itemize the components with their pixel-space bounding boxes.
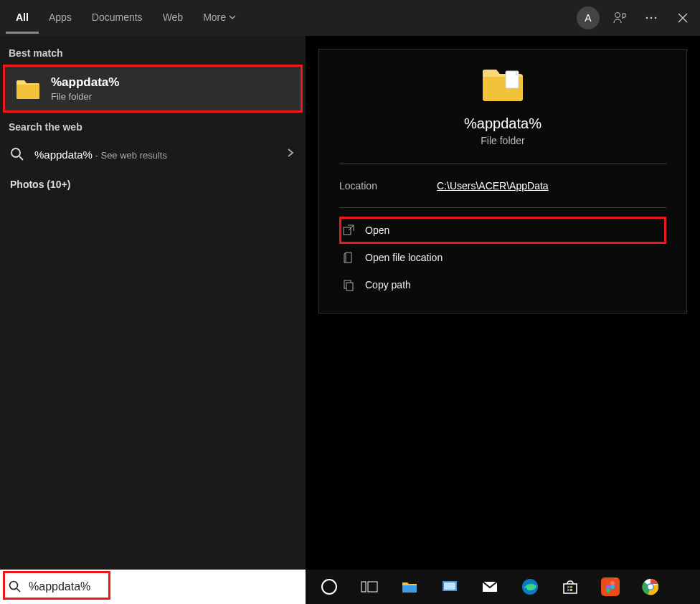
svg-point-0: [615, 13, 620, 18]
web-suffix: - See web results: [93, 150, 167, 161]
svg-rect-21: [570, 589, 572, 591]
search-icon: [10, 147, 24, 161]
location-label: Location: [339, 180, 437, 192]
highlight-annotation: [3, 571, 110, 600]
svg-rect-11: [361, 582, 366, 592]
web-section-label: Search the web: [0, 115, 306, 138]
svg-rect-19: [570, 586, 572, 588]
file-location-icon: [342, 251, 355, 264]
web-search-result[interactable]: %appdata% - See web results: [0, 138, 306, 170]
chevron-right-icon: [285, 148, 295, 161]
action-open-location[interactable]: Open file location: [339, 244, 666, 271]
svg-rect-6: [344, 227, 351, 235]
filter-tabs: All Apps Documents Web More: [6, 3, 246, 34]
svg-point-30: [648, 585, 653, 590]
tab-all[interactable]: All: [6, 3, 39, 34]
svg-rect-8: [346, 283, 353, 291]
location-path[interactable]: C:\Users\ACER\AppData: [437, 180, 549, 192]
action-open[interactable]: Open: [339, 217, 666, 244]
mail-icon[interactable]: [481, 577, 499, 596]
svg-point-27: [606, 588, 610, 593]
tab-apps[interactable]: Apps: [39, 3, 82, 34]
folder-large-icon: [480, 64, 526, 104]
preview-pane: %appdata% File folder Location C:\Users\…: [306, 36, 700, 570]
more-options-icon[interactable]: [640, 6, 663, 29]
svg-rect-13: [402, 585, 417, 593]
svg-rect-20: [567, 589, 569, 591]
chrome-icon[interactable]: [641, 577, 660, 596]
feedback-icon[interactable]: [608, 6, 631, 29]
svg-rect-18: [567, 586, 569, 588]
tab-documents[interactable]: Documents: [82, 3, 153, 34]
taskbar: [0, 570, 700, 604]
edge-icon[interactable]: [521, 577, 539, 596]
open-icon: [342, 224, 355, 237]
best-match-title: %appdata%: [51, 75, 119, 90]
best-match-subtitle: File folder: [51, 91, 119, 102]
best-match-result[interactable]: %appdata% File folder: [3, 65, 303, 113]
svg-point-10: [322, 580, 336, 594]
svg-point-25: [610, 585, 615, 589]
user-avatar[interactable]: A: [577, 6, 600, 29]
preview-title: %appdata%: [464, 115, 541, 132]
chevron-down-icon: [229, 11, 236, 23]
tab-more[interactable]: More: [193, 3, 246, 34]
tab-web[interactable]: Web: [153, 3, 194, 34]
app-icon-1[interactable]: [440, 577, 459, 596]
close-icon[interactable]: [671, 6, 694, 29]
action-open-location-label: Open file location: [365, 252, 443, 263]
svg-point-4: [11, 148, 20, 157]
figma-icon[interactable]: [601, 577, 620, 596]
results-pane: Best match %appdata% File folder Search …: [0, 36, 306, 570]
photos-result[interactable]: Photos (10+): [0, 170, 306, 199]
svg-point-2: [651, 17, 653, 19]
svg-rect-12: [368, 582, 377, 592]
search-box[interactable]: [0, 570, 306, 604]
svg-point-1: [646, 17, 648, 19]
file-explorer-icon[interactable]: [400, 577, 419, 596]
svg-point-3: [655, 17, 657, 19]
svg-rect-15: [444, 582, 455, 590]
folder-icon: [15, 77, 41, 100]
preview-subtitle: File folder: [481, 135, 524, 146]
action-open-label: Open: [365, 225, 389, 236]
web-query: %appdata%: [34, 148, 93, 161]
cortana-icon[interactable]: [320, 577, 339, 596]
search-header: All Apps Documents Web More A: [0, 0, 700, 36]
best-match-label: Best match: [0, 42, 306, 65]
action-copy-path-label: Copy path: [365, 279, 411, 291]
store-icon[interactable]: [561, 577, 580, 596]
copy-icon: [342, 278, 355, 291]
action-copy-path[interactable]: Copy path: [339, 271, 666, 298]
tab-more-label: More: [203, 11, 226, 23]
task-view-icon[interactable]: [360, 577, 379, 596]
